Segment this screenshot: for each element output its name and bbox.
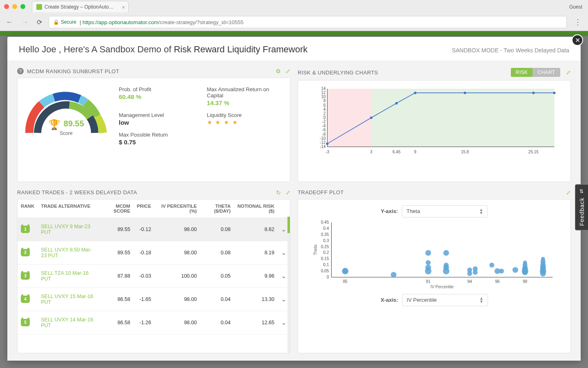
th-alt[interactable]: TRADE ALTERNATIVE bbox=[38, 200, 100, 218]
th-price[interactable]: PRICE bbox=[134, 200, 154, 218]
help-icon[interactable]: ? bbox=[17, 68, 24, 74]
expand-icon[interactable]: ⤢ bbox=[566, 189, 571, 196]
svg-point-31 bbox=[553, 92, 556, 94]
expand-icon[interactable]: ⤢ bbox=[566, 69, 571, 76]
cell-score: 86.58 bbox=[100, 311, 134, 334]
cell-notional: 8.19 bbox=[234, 241, 278, 264]
svg-point-57 bbox=[425, 250, 431, 256]
svg-text:-2: -2 bbox=[322, 119, 326, 124]
toggle-risk[interactable]: Risk bbox=[511, 68, 533, 77]
th-score[interactable]: MCDM SCORE bbox=[100, 200, 134, 218]
browser-menu-icon[interactable]: ⋮ bbox=[572, 18, 584, 27]
url-origin: app.optionautomator.com bbox=[98, 19, 158, 25]
browser-tab[interactable]: Create Strategy – OptionAuto… × bbox=[32, 1, 129, 12]
svg-point-25 bbox=[326, 142, 329, 145]
stepper-icon: ▲▼ bbox=[479, 208, 483, 215]
close-window-icon[interactable] bbox=[4, 4, 9, 9]
cell-price: -1.65 bbox=[134, 287, 154, 311]
table-row[interactable]: 1SELL UVXY 9 Mar-23 PUT89.55-0.1298.000.… bbox=[18, 218, 290, 241]
forward-icon: → bbox=[20, 16, 30, 28]
trophy-icon: 🏆 bbox=[48, 119, 60, 130]
svg-text:4: 4 bbox=[323, 107, 326, 112]
svg-point-28 bbox=[414, 92, 416, 94]
svg-text:0: 0 bbox=[327, 275, 329, 279]
trade-link[interactable]: SELL UVXY 8.50 Mar-23 PUT bbox=[41, 247, 91, 258]
ranked-trades-table: RANK TRADE ALTERNATIVE MCDM SCORE PRICE … bbox=[18, 200, 290, 334]
svg-point-52 bbox=[343, 269, 347, 274]
risk-chart-card: -14-12-10-8-6-4-202468101214-336.45915.8… bbox=[298, 80, 571, 182]
th-ivp[interactable]: IV PERCENTILE (%) bbox=[154, 200, 200, 218]
table-row[interactable]: 5SELL UVXY 14 Mar-16 PUT86.58-1.2698.000… bbox=[18, 311, 290, 334]
th-theta[interactable]: THETA ($/DAY) bbox=[200, 200, 234, 218]
profile-label[interactable]: Guest bbox=[569, 4, 582, 10]
sandbox-modal: ✕ Hello Joe , Here's A Sandbox Demo of R… bbox=[7, 37, 581, 361]
cell-theta: 0.08 bbox=[200, 241, 234, 264]
trade-link[interactable]: SELL UVXY 15 Mar-16 PUT bbox=[41, 294, 93, 305]
url-path: /create-strategy/?strategy_id=10555 bbox=[158, 19, 244, 25]
tab-close-icon[interactable]: × bbox=[122, 4, 125, 11]
liq-label: Liquidity Score bbox=[207, 112, 285, 118]
url-scheme: https:// bbox=[82, 19, 98, 25]
toggle-chart[interactable]: Chart bbox=[532, 68, 560, 77]
feedback-tab[interactable]: Feedback ⇅ bbox=[575, 184, 588, 230]
table-row[interactable]: 3SELL TZA 10 Mar-16 PUT87.88-0.03100.000… bbox=[18, 264, 290, 287]
rank-badge-icon: 5 bbox=[21, 319, 30, 326]
feedback-label: Feedback bbox=[579, 197, 585, 226]
cell-ivp: 98.00 bbox=[154, 218, 200, 241]
expand-icon[interactable]: ⤢ bbox=[285, 68, 290, 74]
table-row[interactable]: 2SELL UVXY 8.50 Mar-23 PUT89.55-0.1898.0… bbox=[18, 241, 290, 264]
svg-text:-3: -3 bbox=[325, 150, 329, 154]
rank-badge-icon: 2 bbox=[21, 249, 30, 256]
tab-title: Create Strategy – OptionAuto… bbox=[45, 4, 114, 10]
trade-link[interactable]: SELL UVXY 14 Mar-16 PUT bbox=[41, 317, 93, 328]
close-button[interactable]: ✕ bbox=[572, 34, 583, 46]
cell-theta: 0.04 bbox=[200, 311, 234, 334]
url-bar[interactable]: 🔒 Secure | https://app.optionautomator.c… bbox=[49, 16, 567, 28]
cell-notional: 13.30 bbox=[234, 287, 278, 311]
stepper-icon: ▲▼ bbox=[479, 297, 483, 303]
svg-text:96: 96 bbox=[495, 279, 500, 284]
rank-badge-icon: 4 bbox=[21, 296, 30, 303]
th-rank[interactable]: RANK bbox=[18, 200, 38, 218]
greeting-prefix: Hello Joe , Here's A Sandbox Demo of bbox=[19, 44, 174, 54]
secure-label: Secure bbox=[61, 19, 76, 25]
page-accent-bar bbox=[0, 31, 588, 36]
nav-row: ← → ⟳ 🔒 Secure | https://app.optionautom… bbox=[0, 13, 588, 31]
y-axis-label: Y-axis: bbox=[381, 208, 398, 214]
svg-point-60 bbox=[444, 263, 449, 267]
tab-bar: Create Strategy – OptionAuto… × bbox=[32, 1, 129, 12]
y-axis-select[interactable]: Theta ▲▼ bbox=[402, 205, 488, 218]
minimize-window-icon[interactable] bbox=[12, 4, 17, 9]
reload-icon[interactable]: ⟳ bbox=[35, 17, 44, 28]
maxret-label: Max Possible Return bbox=[119, 132, 196, 138]
refresh-icon[interactable]: ↻ bbox=[276, 189, 281, 196]
scrollbar[interactable] bbox=[287, 217, 290, 353]
back-icon[interactable]: ← bbox=[4, 16, 15, 28]
svg-text:0.45: 0.45 bbox=[321, 220, 329, 224]
settings-icon[interactable]: ⚙ bbox=[276, 68, 281, 74]
cell-theta: 0.05 bbox=[200, 264, 234, 287]
svg-point-29 bbox=[464, 92, 466, 94]
th-notional[interactable]: NOTIONAL RISK ($) bbox=[234, 200, 278, 218]
risk-chart-toggle[interactable]: Risk Chart bbox=[511, 68, 560, 77]
tradeoff-panel: TRADEOFF PLOT ⤢ Y-axis: Theta ▲▼ 00.050.… bbox=[298, 189, 571, 354]
maxret-value: $ 0.75 bbox=[119, 139, 196, 146]
maximize-window-icon[interactable] bbox=[20, 4, 25, 9]
cell-theta: 0.08 bbox=[200, 218, 234, 241]
lock-icon: 🔒 Secure bbox=[53, 19, 76, 25]
ranked-trades-panel: RANKED TRADES - 2 WEEKS DELAYED DATA ↻ ⤢… bbox=[17, 189, 290, 354]
trade-link[interactable]: SELL TZA 10 Mar-16 PUT bbox=[41, 270, 89, 282]
svg-point-63 bbox=[467, 267, 472, 272]
cell-theta: 0.04 bbox=[200, 287, 234, 311]
table-row[interactable]: 4SELL UVXY 15 Mar-16 PUT86.58-1.6598.000… bbox=[18, 287, 290, 311]
expand-icon[interactable]: ⤢ bbox=[285, 189, 290, 196]
svg-text:10: 10 bbox=[321, 94, 326, 99]
svg-point-69 bbox=[512, 267, 518, 273]
cell-price: -1.26 bbox=[134, 311, 154, 334]
svg-rect-0 bbox=[327, 89, 372, 147]
cell-ivp: 100.00 bbox=[154, 264, 200, 287]
trade-link[interactable]: SELL UVXY 9 Mar-23 PUT bbox=[41, 224, 90, 235]
maroc-value: 14.37 % bbox=[207, 99, 285, 106]
x-axis-select[interactable]: IV Percentile ▲▼ bbox=[402, 294, 488, 306]
svg-text:9: 9 bbox=[414, 150, 416, 154]
